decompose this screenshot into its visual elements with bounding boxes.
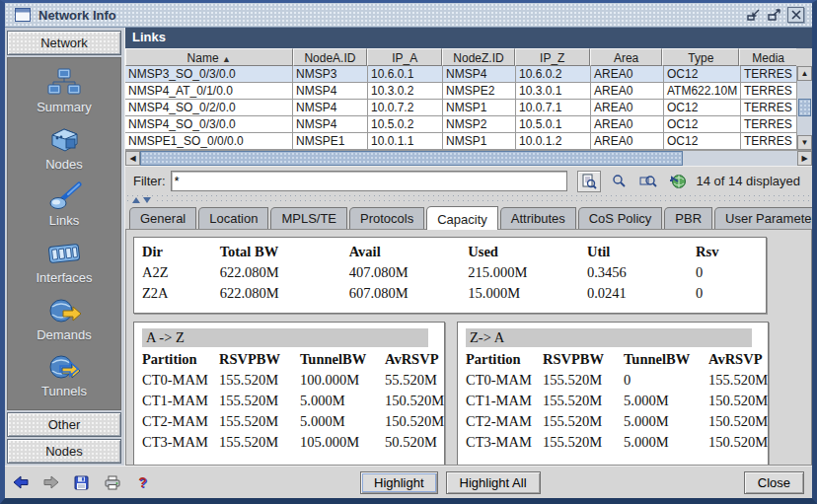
- capacity-tab-content: Dir Total BW Avail Used Util Rsv: [125, 229, 812, 466]
- cell-nodea-id: NMSP4: [293, 100, 368, 116]
- tab[interactable]: PBR: [664, 207, 712, 229]
- val-tunnelbw: 5.000M: [624, 432, 708, 453]
- capacity-summary-panel: Dir Total BW Avail Used Util Rsv: [133, 237, 767, 314]
- sidebar-icon-panel: Summary Nodes: [7, 57, 121, 410]
- close-button[interactable]: [787, 7, 804, 23]
- cell-nodez-id: NMSP2: [443, 116, 516, 133]
- cell-nodea-id: NMSPE1: [293, 133, 368, 150]
- highlight-button[interactable]: Highlight: [360, 471, 438, 494]
- table-row[interactable]: NMSP4_SO_0/3/0.0 NMSP4 10.5.0.2 NMSP2 10…: [125, 116, 812, 133]
- cell-type: OC12: [664, 133, 741, 150]
- scroll-right-icon[interactable]: ▶: [797, 151, 812, 166]
- close-action-button[interactable]: Close: [744, 471, 804, 494]
- vertical-scroll-thumb[interactable]: [798, 99, 811, 117]
- column-header-area[interactable]: Area: [590, 48, 663, 66]
- zoom-in-button[interactable]: [607, 171, 631, 192]
- sidebar-item-interfaces[interactable]: Interfaces: [8, 239, 120, 296]
- z2a-row: CT2-MAM 155.520M 5.000M 150.520M: [466, 411, 762, 432]
- horizontal-scrollbar[interactable]: ◀ ▶: [125, 150, 812, 166]
- sidebar-item-label: Interfaces: [36, 270, 92, 285]
- search-report-icon: [581, 174, 597, 189]
- scroll-down-icon[interactable]: ▼: [797, 135, 812, 150]
- collapse-down-icon[interactable]: [143, 197, 151, 203]
- column-header-type[interactable]: Type: [662, 48, 739, 66]
- cell-nodez-id: NMSP4: [443, 66, 516, 83]
- vertical-scrollbar[interactable]: ▲ ▼: [796, 66, 812, 150]
- val-rsv: 0: [696, 262, 758, 283]
- other-button[interactable]: Other: [7, 412, 121, 437]
- vertical-scroll-track[interactable]: [797, 81, 812, 135]
- table-row[interactable]: NMSP3_SO_0/3/0.0 NMSP3 10.6.0.1 NMSP4 10…: [125, 66, 812, 83]
- cell-type: ATM622.10M: [664, 83, 741, 100]
- column-header-nodea-id[interactable]: NodeA.ID: [293, 48, 368, 66]
- tab[interactable]: MPLS/TE: [270, 207, 347, 229]
- print-button[interactable]: [104, 474, 120, 490]
- horizontal-scroll-thumb[interactable]: [140, 151, 683, 166]
- tab[interactable]: Protocols: [349, 207, 424, 229]
- column-header-nodez-id[interactable]: NodeZ.ID: [442, 48, 515, 66]
- col-partition: Partition: [142, 349, 219, 370]
- z2a-row: CT3-MAM 155.520M 5.000M 150.520M: [466, 432, 762, 453]
- back-button[interactable]: [13, 474, 30, 490]
- tab[interactable]: Capacity: [426, 206, 498, 230]
- title-bar[interactable]: Network Info: [5, 3, 812, 28]
- show-on-map-button[interactable]: [666, 171, 690, 192]
- tab[interactable]: Location: [198, 207, 268, 229]
- cell-name: NMSPE1_SO_0/0/0.0: [125, 133, 293, 150]
- col-avrsvp: AvRSVP: [385, 349, 438, 370]
- bottom-toolbar: ? Highlight Highlight All Close: [5, 466, 812, 498]
- column-header-media[interactable]: Media: [739, 48, 796, 66]
- horizontal-scroll-track[interactable]: [683, 151, 797, 166]
- iconify-button[interactable]: [744, 7, 761, 23]
- val-tunnelbw: 5.000M: [300, 411, 385, 432]
- links-panel-title: Links: [125, 28, 812, 48]
- col-partition: Partition: [466, 349, 543, 370]
- cell-area: AREA0: [591, 116, 664, 133]
- sidebar-item-tunnels[interactable]: Tunnels: [8, 352, 120, 409]
- help-button[interactable]: ?: [134, 474, 151, 490]
- val-tunnelbw: 0: [624, 370, 708, 391]
- a2z-row: CT1-MAM 155.520M 5.000M 150.520M: [142, 391, 438, 411]
- links-icon: [46, 181, 82, 211]
- sidebar-item-label: Demands: [37, 327, 92, 342]
- scroll-left-icon[interactable]: ◀: [125, 151, 140, 166]
- sidebar-item-nodes[interactable]: Nodes: [8, 125, 120, 182]
- tab[interactable]: Attributes: [500, 207, 576, 229]
- tab[interactable]: General: [129, 207, 196, 229]
- tab[interactable]: CoS Policy: [578, 207, 663, 229]
- nodes-button[interactable]: Nodes: [7, 439, 121, 464]
- links-table-body: NMSP3_SO_0/3/0.0 NMSP3 10.6.0.1 NMSP4 10…: [125, 66, 812, 150]
- z2a-row: CT1-MAM 155.520M 5.000M 150.520M: [466, 391, 762, 411]
- sidebar-item-links[interactable]: Links: [8, 181, 120, 239]
- sidebar-item-summary[interactable]: Summary: [8, 68, 120, 125]
- expand-up-icon[interactable]: [132, 197, 140, 203]
- network-button[interactable]: Network: [7, 31, 121, 55]
- table-row[interactable]: NMSP4_SO_0/2/0.0 NMSP4 10.0.7.2 NMSP1 10…: [125, 100, 812, 116]
- summary-icon: [46, 68, 82, 98]
- tab[interactable]: User Parameters: [714, 207, 817, 229]
- filter-input[interactable]: [171, 171, 568, 191]
- column-header-name[interactable]: Name ▲: [125, 48, 293, 66]
- table-row[interactable]: NMSP4_AT_0/1/0.0 NMSP4 10.3.0.2 NMSPE2 1…: [125, 83, 812, 100]
- column-header-ip-z[interactable]: IP_Z: [515, 48, 590, 66]
- col-rsvpbw: RSVPBW: [543, 349, 624, 370]
- zoom-area-button[interactable]: [636, 171, 660, 192]
- main-panel: Links Name ▲ NodeA.ID IP_A NodeZ.ID IP_Z…: [124, 28, 812, 466]
- cell-media: TERRES: [741, 133, 798, 150]
- column-header-ip-a[interactable]: IP_A: [367, 48, 442, 66]
- maximize-button[interactable]: [766, 7, 782, 23]
- val-rsv: 0: [696, 283, 758, 304]
- magnifier-area-icon: [639, 174, 657, 188]
- val-partition: CT1-MAM: [466, 391, 543, 411]
- table-row[interactable]: NMSPE1_SO_0/0/0.0 NMSPE1 10.0.1.1 NMSP1 …: [125, 133, 812, 150]
- scroll-up-icon[interactable]: ▲: [797, 66, 812, 81]
- cell-nodez-id: NMSPE2: [443, 83, 516, 100]
- highlight-all-button[interactable]: Highlight All: [446, 471, 541, 494]
- save-button[interactable]: [74, 474, 91, 490]
- a2z-row: CT3-MAM 155.520M 105.000M 50.520M: [142, 432, 438, 453]
- forward-button[interactable]: [43, 474, 60, 490]
- search-report-button[interactable]: [577, 171, 601, 192]
- a2z-panel-title: A -> Z: [142, 328, 428, 347]
- sidebar-item-demands[interactable]: Demands: [8, 296, 120, 353]
- split-pane-divider[interactable]: [125, 195, 812, 204]
